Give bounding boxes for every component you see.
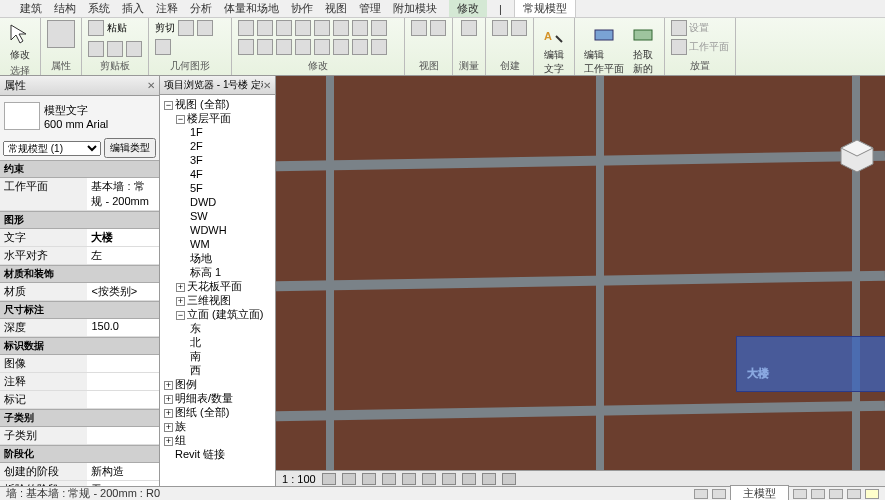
tree-level[interactable]: WM — [162, 237, 273, 251]
menu-view[interactable]: 视图 — [325, 1, 347, 16]
unpin-icon[interactable] — [295, 39, 311, 55]
tree-level[interactable]: 标高 1 — [162, 265, 273, 279]
scale-selector[interactable]: 1 : 100 — [282, 473, 316, 485]
tree-groups[interactable]: +组 — [162, 433, 273, 447]
filter-icon[interactable] — [865, 489, 879, 499]
view2-icon[interactable] — [430, 20, 446, 36]
detail-level-icon[interactable] — [322, 473, 336, 485]
comment-value[interactable] — [87, 373, 159, 390]
copy-icon[interactable] — [107, 41, 123, 57]
tree-dir[interactable]: 北 — [162, 335, 273, 349]
edit-workplane-button[interactable]: 编辑 工作平面 — [582, 20, 626, 78]
depth-value[interactable]: 150.0 — [87, 319, 159, 336]
delete-icon[interactable] — [314, 39, 330, 55]
cut-geom-icon[interactable] — [197, 20, 213, 36]
join-icon[interactable] — [155, 39, 171, 55]
tree-level[interactable]: WDWH — [162, 223, 273, 237]
paste-icon[interactable] — [88, 20, 104, 36]
sb-icon[interactable] — [811, 489, 825, 499]
edit-text-button[interactable]: A 编辑 文字 — [540, 20, 568, 78]
viewcube[interactable] — [837, 136, 877, 176]
tree-families[interactable]: +族 — [162, 419, 273, 433]
tree-schedules[interactable]: +明细表/数量 — [162, 391, 273, 405]
mirror-icon[interactable] — [276, 20, 292, 36]
tree-level[interactable]: 2F — [162, 139, 273, 153]
mark-value[interactable] — [87, 391, 159, 408]
tree-level[interactable]: 1F — [162, 125, 273, 139]
create1-icon[interactable] — [492, 20, 508, 36]
context-tab-generic-model[interactable]: 常规模型 — [514, 0, 576, 18]
menu-modify[interactable]: 修改 — [449, 0, 487, 17]
tree-level[interactable]: 场地 — [162, 251, 273, 265]
tree-level[interactable]: DWD — [162, 195, 273, 209]
tree-level[interactable]: SW — [162, 209, 273, 223]
sb-icon[interactable] — [793, 489, 807, 499]
tree-dir[interactable]: 南 — [162, 349, 273, 363]
tree-floorplans[interactable]: −楼层平面 — [162, 111, 273, 125]
pin-icon[interactable] — [276, 39, 292, 55]
shadows-icon[interactable] — [382, 473, 396, 485]
array-icon[interactable] — [238, 39, 254, 55]
image-value[interactable] — [87, 355, 159, 372]
viewport-3d[interactable]: 大楼 1 : 100 — [276, 76, 885, 486]
offset-icon[interactable] — [257, 20, 273, 36]
pick-new-button[interactable]: 拾取 新的 — [629, 20, 657, 78]
crop-icon[interactable] — [422, 473, 436, 485]
rendering-icon[interactable] — [402, 473, 416, 485]
sb-icon[interactable] — [712, 489, 726, 499]
extend-icon[interactable] — [333, 39, 349, 55]
material-value[interactable]: <按类别> — [87, 283, 159, 300]
menu-arch[interactable]: 建筑 — [20, 1, 42, 16]
subcat-value[interactable] — [87, 427, 159, 444]
measure-icon[interactable] — [461, 20, 477, 36]
tree-3d[interactable]: +三维视图 — [162, 293, 273, 307]
visual-style-icon[interactable] — [342, 473, 356, 485]
show-icon[interactable] — [671, 39, 687, 55]
menu-struct[interactable]: 结构 — [54, 1, 76, 16]
status-model[interactable]: 主模型 — [730, 485, 789, 500]
tree-sheets[interactable]: +图纸 (全部) — [162, 405, 273, 419]
tree-views[interactable]: −视图 (全部) — [162, 97, 273, 111]
sun-path-icon[interactable] — [362, 473, 376, 485]
text-value[interactable]: 大楼 — [87, 229, 159, 246]
sb-icon[interactable] — [829, 489, 843, 499]
menu-manage[interactable]: 管理 — [359, 1, 381, 16]
scale-icon[interactable] — [257, 39, 273, 55]
edit-type-button[interactable]: 编辑类型 — [104, 138, 156, 158]
cut-icon[interactable] — [88, 41, 104, 57]
tree-elevations[interactable]: −立面 (建筑立面) — [162, 307, 273, 321]
crop-region-icon[interactable] — [442, 473, 456, 485]
tree-dir[interactable]: 西 — [162, 363, 273, 377]
split-icon[interactable] — [371, 20, 387, 36]
halign-value[interactable]: 左 — [87, 247, 159, 264]
reveal-icon[interactable] — [502, 473, 516, 485]
menu-systems[interactable]: 系统 — [88, 1, 110, 16]
menu-massing[interactable]: 体量和场地 — [224, 1, 279, 16]
tree-level[interactable]: 4F — [162, 167, 273, 181]
workplane-value[interactable]: 基本墙 : 常规 - 200mm — [87, 178, 159, 210]
copy2-icon[interactable] — [314, 20, 330, 36]
temp-hide-icon[interactable] — [482, 473, 496, 485]
menu-annotate[interactable]: 注释 — [156, 1, 178, 16]
create2-icon[interactable] — [511, 20, 527, 36]
sb-icon[interactable] — [694, 489, 708, 499]
tree-links[interactable]: Revit 链接 — [162, 447, 273, 461]
menu-collab[interactable]: 协作 — [291, 1, 313, 16]
tree-ceiling[interactable]: +天花板平面 — [162, 279, 273, 293]
lock3d-icon[interactable] — [462, 473, 476, 485]
instance-selector[interactable]: 常规模型 (1) — [3, 141, 101, 156]
close-icon[interactable]: ✕ — [147, 80, 155, 91]
menu-addins[interactable]: 附加模块 — [393, 1, 437, 16]
set-icon[interactable] — [671, 20, 687, 36]
menu-insert[interactable]: 插入 — [122, 1, 144, 16]
selected-model-text[interactable]: 大楼 — [736, 336, 885, 392]
match-icon[interactable] — [126, 41, 142, 57]
sb-icon[interactable] — [847, 489, 861, 499]
align-icon[interactable] — [238, 20, 254, 36]
rotate-icon[interactable] — [333, 20, 349, 36]
properties-icon[interactable] — [47, 20, 75, 48]
move-icon[interactable] — [295, 20, 311, 36]
cope-icon[interactable] — [178, 20, 194, 36]
trim-icon[interactable] — [352, 20, 368, 36]
tree-dir[interactable]: 东 — [162, 321, 273, 335]
